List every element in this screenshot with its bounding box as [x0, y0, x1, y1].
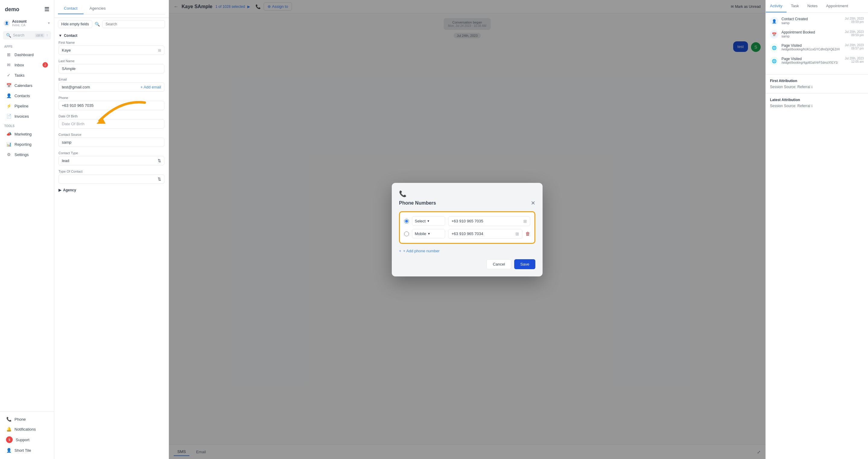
activity-list: 👤 Contact Created samp Jul 20th, 2023 09… [766, 13, 868, 74]
search-button[interactable]: 🔍 Search ctrl K ↑ [3, 31, 51, 39]
sidebar-item-dashboard[interactable]: ⊞ Dashboard [2, 50, 52, 59]
sidebar-item-contacts[interactable]: 👤 Contacts [2, 91, 52, 101]
activity-sub-0: samp [781, 21, 842, 25]
sidebar-item-support[interactable]: 5 Support [2, 434, 52, 445]
last-name-label: Last Name [59, 59, 164, 63]
contacts-icon: 👤 [6, 93, 11, 98]
contact-tabs: Contact Agencies [58, 3, 165, 15]
sidebar-account[interactable]: 👤 Account Irvine, CA ▼ [0, 18, 54, 29]
first-attribution-value: Session Source: Referral ℹ [770, 85, 864, 89]
contact-panel: Contact Agencies Hide empty fields 🔍 ▼ C… [54, 0, 169, 459]
shorttile-icon: 👤 [6, 448, 11, 453]
phone-number-input-2[interactable]: +63 910 965 7034 ⊞ [448, 229, 522, 239]
tab-task[interactable]: Task [786, 0, 803, 12]
marketing-icon: 📣 [6, 131, 11, 137]
sidebar-item-pipeline[interactable]: ⚡ Pipeline [2, 101, 52, 111]
sidebar-item-shorttile[interactable]: 👤 Short Tile [2, 446, 52, 455]
tab-contact[interactable]: Contact [58, 3, 84, 14]
phone-type-select-1[interactable]: Select ▼ [412, 217, 445, 226]
sidebar-logo: demo ☰ [0, 4, 54, 18]
account-name: Account [12, 19, 45, 24]
sidebar-item-calendars[interactable]: 📅 Calendars [2, 81, 52, 90]
sidebar-item-phone[interactable]: 📞 Phone [2, 414, 52, 424]
support-icon: 5 [6, 436, 13, 443]
modal-close-button[interactable]: ✕ [531, 200, 535, 206]
sidebar-item-tasks[interactable]: ✓ Tasks [2, 70, 52, 80]
activity-panel: Activity Task Notes Appointment 👤 Contac… [766, 0, 868, 459]
activity-title-3: Page Visited [781, 57, 842, 61]
sidebar-item-label-tasks: Tasks [14, 73, 25, 78]
settings-icon: ⚙ [6, 152, 11, 157]
delete-phone-button-2[interactable]: 🗑 [525, 231, 530, 237]
latest-attribution-section: Latest Attribution Session Source: Refer… [766, 93, 868, 112]
phone-radio-2[interactable] [404, 231, 409, 236]
search-arrow-icon: ↑ [46, 33, 48, 37]
phone-radio-1[interactable] [404, 219, 409, 224]
activity-date-2: Jul 20th, 2023 09:57 pm [845, 44, 864, 50]
activity-sub-3: /widget/booking/4gp8GaX4rFSdmzX91Y1i [781, 61, 842, 64]
activity-icon-2: 🌐 [770, 44, 778, 52]
hide-empty-button[interactable]: Hide empty fields [58, 20, 92, 28]
last-name-value[interactable]: SAmple [59, 64, 164, 73]
source-value[interactable]: samp [59, 138, 164, 147]
modal-title: Phone Numbers [399, 200, 436, 206]
sidebar-item-label-dashboard: Dashboard [14, 53, 34, 57]
phone-value[interactable]: +63 910 965 7035 [59, 101, 164, 110]
activity-icon-1: 📅 [770, 30, 778, 39]
tab-appointment[interactable]: Appointment [822, 0, 852, 12]
add-phone-button[interactable]: + + Add phone number [399, 249, 535, 253]
calendars-icon: 📅 [6, 83, 11, 88]
activity-content-3: Page Visited /widget/booking/4gp8GaX4rFS… [781, 57, 842, 64]
tab-agencies[interactable]: Agencies [84, 3, 112, 14]
first-name-value[interactable]: Kaye ⊞ [59, 46, 164, 55]
agency-field: ▶ Agency [59, 188, 164, 192]
dob-value[interactable]: Date Of Birth [59, 119, 164, 128]
sidebar: demo ☰ 👤 Account Irvine, CA ▼ 🔍 Search c… [0, 0, 54, 459]
email-field: Email test@gmail.com + Add email [59, 78, 164, 92]
type-select[interactable]: lead ⇅ [59, 156, 164, 165]
sidebar-bottom: 📞 Phone 🔔 Notifications 5 Support 👤 Shor… [0, 411, 54, 455]
activity-content-1: Appointment Booked samp [781, 30, 842, 38]
cancel-button[interactable]: Cancel [487, 259, 511, 269]
save-button[interactable]: Save [514, 259, 535, 269]
info-icon-2: ℹ [811, 104, 812, 108]
phone-number-input-1[interactable]: +63 910 965 7035 ⊞ [448, 217, 530, 226]
contact-section: ▼ Contact First Name Kaye ⊞ Last Name SA… [54, 30, 168, 199]
tasks-icon: ✓ [6, 73, 11, 78]
type-of-contact-field: Type Of Contact ⇅ [59, 170, 164, 184]
sidebar-item-marketing[interactable]: 📣 Marketing [2, 129, 52, 139]
contact-search-input[interactable] [102, 20, 165, 28]
activity-icon-0: 👤 [770, 17, 778, 25]
sidebar-item-label-calendars: Calendars [14, 83, 32, 88]
tab-activity[interactable]: Activity [766, 0, 786, 12]
sidebar-item-label-pipeline: Pipeline [14, 104, 28, 108]
search-icon: 🔍 [6, 33, 11, 38]
account-text: Account Irvine, CA [12, 19, 45, 27]
activity-content-0: Contact Created samp [781, 17, 842, 25]
sidebar-item-label-shorttile: Short Tile [14, 448, 31, 453]
tab-notes[interactable]: Notes [803, 0, 822, 12]
activity-item-0: 👤 Contact Created samp Jul 20th, 2023 09… [770, 17, 864, 25]
reporting-icon: 📊 [6, 142, 11, 147]
sidebar-item-label-contacts: Contacts [14, 93, 30, 98]
sidebar-item-inbox[interactable]: ✉ Inbox 2 [2, 60, 52, 70]
type-of-contact-select[interactable]: ⇅ [59, 174, 164, 184]
sidebar-item-label-phone: Phone [14, 417, 26, 422]
latest-attribution-value: Session Source: Referral ℹ [770, 104, 864, 108]
sidebar-item-label-marketing: Marketing [14, 132, 32, 136]
phone-label: Phone [59, 96, 164, 99]
chevron-right-icon: ▶ [59, 188, 61, 192]
phone-type-select-2[interactable]: Mobile ▼ [412, 229, 445, 238]
sidebar-item-reporting[interactable]: 📊 Reporting [2, 139, 52, 149]
inbox-badge: 2 [42, 62, 48, 67]
sidebar-menu-icon[interactable]: ☰ [44, 6, 49, 13]
email-value[interactable]: test@gmail.com + Add email [59, 82, 164, 92]
phone-modal-icon: 📞 [399, 190, 535, 197]
add-email-button[interactable]: + Add email [141, 85, 161, 89]
contact-section-title: ▼ Contact [59, 33, 164, 38]
sidebar-item-invoices[interactable]: 📄 Invoices [2, 111, 52, 121]
account-icon: 👤 [4, 20, 10, 26]
sidebar-item-notifications[interactable]: 🔔 Notifications [2, 424, 52, 434]
phone-sidebar-icon: 📞 [6, 417, 11, 422]
sidebar-item-settings[interactable]: ⚙ Settings [2, 150, 52, 159]
